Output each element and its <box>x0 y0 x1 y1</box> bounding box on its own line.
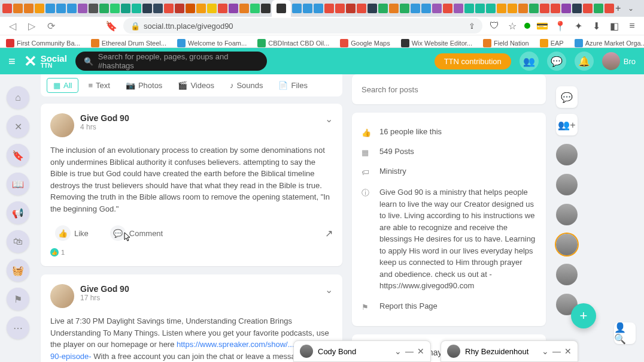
nav-home-icon[interactable]: ⌂ <box>7 86 29 109</box>
browser-tab[interactable] <box>35 4 44 13</box>
nav-announce-icon[interactable]: 📢 <box>7 201 29 224</box>
pin-icon[interactable]: 📍 <box>554 20 566 32</box>
friend-requests-icon[interactable]: 👥 <box>520 52 539 71</box>
browser-tab[interactable] <box>24 4 34 13</box>
filter-photos[interactable]: 📷Photos <box>120 78 168 93</box>
browser-tab[interactable] <box>475 4 485 13</box>
bookmark-item[interactable]: Field Nation <box>483 39 529 47</box>
window-chevron[interactable]: ⌄ <box>622 1 640 16</box>
filter-files[interactable]: 📄Files <box>272 78 313 93</box>
nav-forward[interactable]: ▷ <box>25 19 38 32</box>
filter-videos[interactable]: 🎬Videos <box>172 78 220 93</box>
bookmark-item[interactable]: Wix Website Editor... <box>401 39 472 47</box>
browser-tab[interactable] <box>164 4 174 13</box>
wallet-icon[interactable]: 💳 <box>536 20 548 32</box>
browser-tab[interactable] <box>110 4 120 13</box>
nav-products-icon[interactable]: 🛍 <box>7 230 29 253</box>
chat-dock[interactable]: Cody Bond ⌄ — ✕ <box>293 340 431 362</box>
browser-tab[interactable] <box>314 4 323 13</box>
bookmark-page-icon[interactable]: 🔖 <box>105 20 117 32</box>
post-author-avatar[interactable] <box>50 284 74 308</box>
nav-articles-icon[interactable]: 📖 <box>7 173 29 195</box>
user-menu[interactable]: Bro <box>602 52 636 70</box>
post-author-name[interactable]: Give God 90 <box>80 284 129 294</box>
new-tab-button[interactable]: + <box>615 3 621 14</box>
browser-tab[interactable] <box>454 4 463 13</box>
reactions-summary[interactable]: 👍 1 <box>50 248 333 257</box>
bookmark-item[interactable]: Ethereal Drum Steel... <box>91 39 166 47</box>
browser-tab[interactable] <box>594 4 603 13</box>
search-posts-input[interactable] <box>362 79 536 99</box>
browser-tab[interactable] <box>2 4 12 13</box>
nav-more-icon[interactable]: ⋯ <box>7 316 29 339</box>
browser-tab[interactable] <box>121 4 130 13</box>
browser-tab[interactable] <box>443 4 452 13</box>
bookmark-item[interactable]: Welcome to Foam... <box>177 39 247 47</box>
likes-row[interactable]: 👍16 people like this <box>362 122 536 142</box>
notifications-icon[interactable]: 🔔 <box>575 52 594 71</box>
star-icon[interactable]: ☆ <box>506 20 518 32</box>
filter-all[interactable]: ▦All <box>47 78 78 93</box>
bookmark-item[interactable]: First Community Ba... <box>6 39 80 47</box>
post-author-avatar[interactable] <box>50 113 74 137</box>
browser-tab[interactable] <box>78 4 87 13</box>
compose-fab[interactable]: + <box>571 303 596 328</box>
address-bar[interactable]: 🔒 social.ttn.place/givegod90 ⇪ <box>123 18 482 34</box>
bookmark-item[interactable]: EAP <box>540 39 564 47</box>
browser-menu-icon[interactable]: ≡ <box>626 20 638 32</box>
browser-tab[interactable] <box>389 4 399 13</box>
browser-tab[interactable] <box>45 4 55 13</box>
chat-dock[interactable]: Rhy Bezuidenhout ⌄ — ✕ <box>441 340 578 362</box>
browser-tab[interactable] <box>89 4 98 13</box>
browser-tab[interactable] <box>292 4 302 13</box>
messages-icon[interactable]: 💬 <box>547 52 566 71</box>
browser-tab[interactable] <box>175 4 184 13</box>
contact-avatar[interactable] <box>556 144 578 165</box>
share-url-icon[interactable]: ⇪ <box>469 22 475 31</box>
contact-avatar[interactable] <box>556 174 578 195</box>
browser-tab[interactable] <box>411 4 420 13</box>
filter-text[interactable]: ≡Text <box>82 78 116 93</box>
post-menu-chevron-icon[interactable]: ⌄ <box>325 284 333 295</box>
browser-tab[interactable] <box>335 4 345 13</box>
browser-tab[interactable] <box>261 4 271 13</box>
nav-explore-icon[interactable]: ✕ <box>7 115 29 138</box>
nav-market-icon[interactable]: 🧺 <box>7 259 29 282</box>
chat-minimize-icon[interactable]: — <box>405 346 414 356</box>
chat-expand-icon[interactable]: ⌄ <box>542 346 549 356</box>
comment-button[interactable]: 💬 Comment <box>105 223 168 243</box>
browser-tab[interactable] <box>378 4 388 13</box>
ttn-contribution-button[interactable]: TTN contribution <box>435 53 511 70</box>
contact-avatar[interactable] <box>556 204 578 225</box>
browser-tab[interactable] <box>540 4 549 13</box>
browser-tab[interactable] <box>67 4 77 13</box>
browser-tab[interactable] <box>583 4 593 13</box>
extensions-icon[interactable]: ✦ <box>572 20 584 32</box>
post-author-name[interactable]: Give God 90 <box>80 113 129 123</box>
nav-pages-icon[interactable]: ⚑ <box>7 288 29 310</box>
browser-tab[interactable] <box>132 4 141 13</box>
bookmark-item[interactable]: Azure Market Orga... <box>575 39 644 47</box>
browser-tab[interactable] <box>432 4 442 13</box>
bookmark-item[interactable]: Google Maps <box>340 39 390 47</box>
browser-tab[interactable] <box>400 4 409 13</box>
browser-tab[interactable] <box>99 4 109 13</box>
browser-tab[interactable] <box>346 4 356 13</box>
browser-tab[interactable] <box>207 4 217 13</box>
bookmark-item[interactable]: CBDIntact CBD Oil... <box>257 39 329 47</box>
sidebar-browser-icon[interactable]: ◧ <box>608 20 620 32</box>
browser-tab-active[interactable] <box>272 0 291 17</box>
browser-tab[interactable] <box>239 4 249 13</box>
chat-minimize-icon[interactable]: — <box>552 346 561 356</box>
browser-tab[interactable] <box>551 4 560 13</box>
app-logo[interactable]: ✕ Social TTN <box>24 52 67 71</box>
browser-tab[interactable] <box>186 4 195 13</box>
browser-tab[interactable] <box>250 4 260 13</box>
browser-tab[interactable] <box>572 4 582 13</box>
chat-close-icon[interactable]: ✕ <box>564 346 572 356</box>
nav-saved-icon[interactable]: 🔖 <box>7 144 29 167</box>
share-icon[interactable]: ↗ <box>325 228 333 239</box>
global-search[interactable]: 🔍 Search for people, pages, groups and #… <box>75 52 267 71</box>
browser-tab[interactable] <box>604 4 614 13</box>
browser-tab[interactable] <box>486 4 496 13</box>
